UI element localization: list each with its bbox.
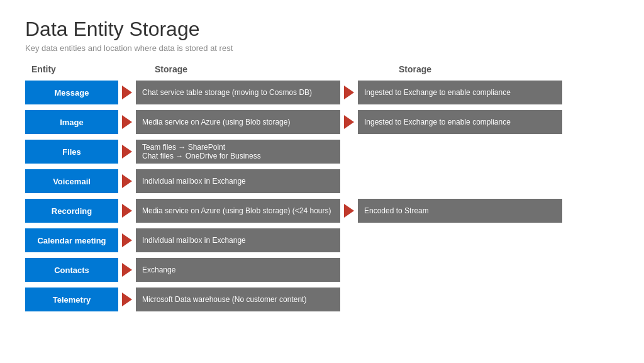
table-row: RecordingMedia service on Azure (using B… (25, 198, 619, 224)
entity-cell: Files (25, 140, 118, 164)
storage1-cell: Media service on Azure (using Blob stora… (136, 199, 340, 223)
arrow-icon (118, 86, 136, 99)
column-headers: Entity Storage Storage (25, 64, 619, 74)
arrow-icon (118, 115, 136, 129)
arrow2-icon (340, 115, 358, 129)
arrow-icon (118, 174, 136, 188)
header-storage2: Storage (380, 64, 606, 74)
storage1-cell: Team files → SharePointChat files → OneD… (136, 140, 340, 164)
entity-cell: Telemetry (25, 288, 118, 311)
entity-cell: Calendar meeting (25, 228, 118, 252)
storage1-cell: Exchange (136, 258, 340, 282)
storage1-cell: Media service on Azure (using Blob stora… (136, 110, 340, 134)
arrow-icon (118, 263, 136, 277)
arrow-icon (118, 145, 136, 159)
entity-cell: Image (25, 110, 118, 134)
page-subtitle: Key data entities and location where dat… (25, 43, 619, 53)
arrow-icon (118, 233, 136, 247)
table-row: ImageMedia service on Azure (using Blob … (25, 109, 619, 135)
header-storage1: Storage (136, 64, 362, 74)
arrow-icon (118, 293, 136, 306)
table-row: MessageChat service table storage (movin… (25, 79, 619, 106)
page-title: Data Entity Storage (25, 18, 619, 41)
storage1-cell: Individual mailbox in Exchange (136, 169, 340, 193)
entity-cell: Message (25, 81, 118, 104)
storage1-cell: Microsoft Data warehouse (No customer co… (136, 288, 340, 311)
entity-cell: Recording (25, 199, 118, 223)
arrow2-icon (340, 86, 358, 99)
storage1-cell: Chat service table storage (moving to Co… (136, 81, 340, 104)
table-row: FilesTeam files → SharePointChat files →… (25, 138, 619, 165)
header-entity: Entity (25, 64, 118, 74)
entity-cell: Voicemail (25, 169, 118, 193)
arrow2-icon (340, 204, 358, 218)
table-row: TelemetryMicrosoft Data warehouse (No cu… (25, 286, 619, 313)
storage2-cell: Encoded to Stream (358, 199, 562, 223)
entity-cell: Contacts (25, 258, 118, 282)
storage2-cell: Ingested to Exchange to enable complianc… (358, 81, 562, 104)
table-row: VoicemailIndividual mailbox in Exchange (25, 168, 619, 194)
page: Data Entity Storage Key data entities an… (0, 0, 644, 363)
storage1-cell: Individual mailbox in Exchange (136, 228, 340, 252)
table-row: ContactsExchange (25, 257, 619, 283)
storage2-cell: Ingested to Exchange to enable complianc… (358, 110, 562, 134)
data-rows: MessageChat service table storage (movin… (25, 79, 619, 313)
table-row: Calendar meetingIndividual mailbox in Ex… (25, 227, 619, 254)
arrow-icon (118, 204, 136, 218)
